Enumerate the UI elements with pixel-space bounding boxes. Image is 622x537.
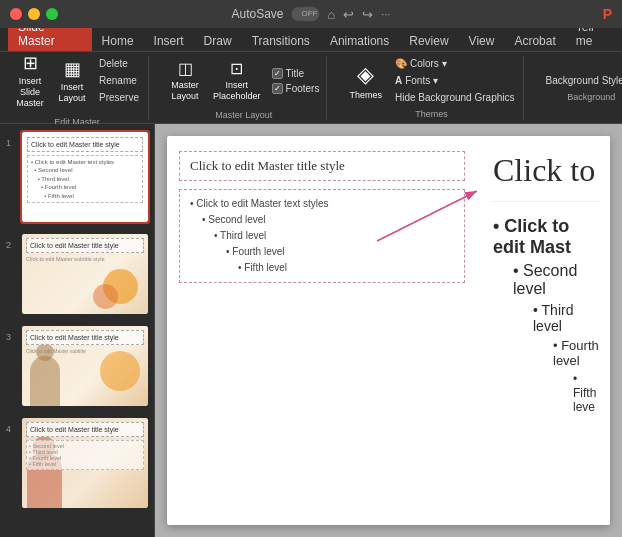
slide-number-1: 1 <box>6 138 11 148</box>
canvas-right-preview: Click to edit M • Click to edit Mast • S… <box>477 136 610 525</box>
more-options-icon[interactable]: ··· <box>381 8 390 20</box>
bullet-content-area: • Click to edit Mast • Second level • Th… <box>493 214 600 416</box>
tab-acrobat[interactable]: Acrobat <box>504 31 565 51</box>
title-bar-right: P <box>603 6 612 22</box>
rename-button[interactable]: Rename <box>94 73 144 88</box>
big-title-text: Click to edit M <box>493 152 600 202</box>
themes-icon: ◈ <box>357 62 374 88</box>
insert-slide-master-label: Insert SlideMaster <box>16 76 44 108</box>
master-layout-label: MasterLayout <box>171 80 199 102</box>
slide-thumbnail-2[interactable]: Click to edit Master title style Click t… <box>20 232 150 316</box>
ribbon-group-insert: ⊞ Insert SlideMaster ▦ InsertLayout Dele… <box>6 56 149 120</box>
slide-thumbnail-1[interactable]: Click to edit Master title style • Click… <box>20 130 150 224</box>
tab-view[interactable]: View <box>459 31 505 51</box>
app-icon: P <box>603 6 612 22</box>
title-bar: AutoSave OFF ⌂ ↩ ↪ ··· P <box>0 0 622 28</box>
canvas-area: Click to edit Master title style • Click… <box>155 124 622 537</box>
autosave-label: AutoSave <box>231 7 283 21</box>
slide-panel[interactable]: 1 Click to edit Master title style • Cli… <box>0 124 155 537</box>
insert-layout-icon: ▦ <box>64 58 81 80</box>
background-styles-label: Background Styles <box>545 75 622 86</box>
master-layout-button[interactable]: ◫ MasterLayout <box>165 55 205 106</box>
slide-canvas[interactable]: Click to edit Master title style • Click… <box>167 136 610 525</box>
minimize-button[interactable] <box>28 8 40 20</box>
close-button[interactable] <box>10 8 22 20</box>
insert-placeholder-icon: ⊡ <box>230 59 243 78</box>
body-line-3: • Third level <box>190 228 454 244</box>
slide-thumbnail-3[interactable]: Click to edit Master title style Click t… <box>20 324 150 408</box>
footers-checkbox-row[interactable]: ✓ Footers <box>269 82 323 95</box>
autosave-state: OFF <box>302 9 318 18</box>
colors-label: Colors <box>410 58 439 69</box>
title-bar-center: AutoSave OFF ⌂ ↩ ↪ ··· <box>231 7 390 22</box>
insert-placeholder-button[interactable]: ⊡ InsertPlaceholder <box>207 55 267 106</box>
background-styles-button[interactable]: Background Styles ▾ <box>540 73 622 88</box>
slide-4-title: Click to edit Master title style <box>26 422 144 437</box>
ribbon-group-background: Background Styles ▾ Background <box>536 56 622 120</box>
main-area: 1 Click to edit Master title style • Cli… <box>0 124 622 537</box>
circle-decoration-red <box>93 284 118 309</box>
ribbon-group-master-layout: ◫ MasterLayout ⊡ InsertPlaceholder ✓ Tit… <box>161 56 327 120</box>
title-checkbox-label: Title <box>286 68 305 79</box>
hide-bg-label: Hide Background Graphics <box>395 92 515 103</box>
tab-insert[interactable]: Insert <box>144 31 194 51</box>
slide-2-subtitle: Click to edit Master subtitle style <box>26 256 144 262</box>
body-line-4: • Fourth level <box>190 244 454 260</box>
fonts-button[interactable]: A Fonts ▾ <box>390 73 520 88</box>
slide-3-title: Click to edit Master title style <box>26 330 144 345</box>
list-item[interactable]: 2 Click to edit Master title style Click… <box>4 232 150 316</box>
delete-button[interactable]: Delete <box>94 56 144 71</box>
colors-button[interactable]: 🎨 Colors ▾ <box>390 56 520 71</box>
master-title-placeholder[interactable]: Click to edit Master title style <box>179 151 465 181</box>
home-icon: ⌂ <box>328 7 336 22</box>
title-checkbox-row[interactable]: ✓ Title <box>269 67 323 80</box>
traffic-lights <box>10 8 58 20</box>
fonts-label: Fonts <box>405 75 430 86</box>
master-body-placeholder[interactable]: • Click to edit Master text styles • Sec… <box>179 189 465 283</box>
fonts-icon: A <box>395 75 402 86</box>
slide-4-body: • Second level• Third level• Fourth leve… <box>26 440 144 470</box>
ribbon-group-themes: ◈ Themes 🎨 Colors ▾ A Fonts ▾ Hide Backg… <box>339 56 524 120</box>
bullet-sub3: • Fourth level <box>493 336 600 370</box>
slide-number-4: 4 <box>6 424 11 434</box>
footers-checkbox-label: Footers <box>286 83 320 94</box>
maximize-button[interactable] <box>46 8 58 20</box>
colors-dropdown-icon: ▾ <box>442 58 447 69</box>
group-label-themes: Themes <box>415 109 448 119</box>
circle-decoration-large <box>100 351 140 391</box>
list-item[interactable]: 1 Click to edit Master title style • Cli… <box>4 130 150 224</box>
themes-button[interactable]: ◈ Themes <box>343 58 388 104</box>
body-line-5: • Fifth level <box>190 260 454 276</box>
preserve-button[interactable]: Preserve <box>94 90 144 105</box>
autosave-toggle[interactable]: OFF <box>292 7 320 21</box>
slide-1-body: • Click to edit Master text styles • Sec… <box>27 155 143 203</box>
insert-layout-button[interactable]: ▦ InsertLayout <box>52 48 92 112</box>
slide-number-2: 2 <box>6 240 11 250</box>
body-line-2: • Second level <box>190 212 454 228</box>
insert-slide-master-icon: ⊞ <box>23 52 38 74</box>
bullet-sub4: • Fifth leve <box>493 370 600 416</box>
slide-thumbnail-4[interactable]: Click to edit Master title style • Secon… <box>20 416 150 510</box>
undo-icon[interactable]: ↩ <box>343 7 354 22</box>
hide-bg-button[interactable]: Hide Background Graphics <box>390 90 520 105</box>
bullet-sub2: • Third level <box>493 300 600 336</box>
redo-icon[interactable]: ↪ <box>362 7 373 22</box>
colors-palette-icon: 🎨 <box>395 58 407 69</box>
insert-layout-label: InsertLayout <box>58 82 85 104</box>
body-line-main: • Click to edit Master text styles <box>190 196 454 212</box>
list-item[interactable]: 4 Click to edit Master title style • Sec… <box>4 416 150 510</box>
list-item[interactable]: 3 Click to edit Master title style Click… <box>4 324 150 408</box>
tab-draw[interactable]: Draw <box>194 31 242 51</box>
tab-transitions[interactable]: Transitions <box>242 31 320 51</box>
slide-1-title: Click to edit Master title style <box>27 137 143 152</box>
bullet-main: • Click to edit Mast <box>493 214 600 260</box>
insert-placeholder-label: InsertPlaceholder <box>213 80 261 102</box>
insert-slide-master-button[interactable]: ⊞ Insert SlideMaster <box>10 48 50 112</box>
slide-2-title: Click to edit Master title style <box>26 238 144 253</box>
footers-checkbox[interactable]: ✓ <box>272 83 283 94</box>
title-checkbox[interactable]: ✓ <box>272 68 283 79</box>
ribbon-toolbar: ⊞ Insert SlideMaster ▦ InsertLayout Dele… <box>0 52 622 124</box>
slide-3-subtitle: Click to edit Master subtitle <box>26 348 144 354</box>
tab-review[interactable]: Review <box>399 31 458 51</box>
tab-animations[interactable]: Animations <box>320 31 399 51</box>
